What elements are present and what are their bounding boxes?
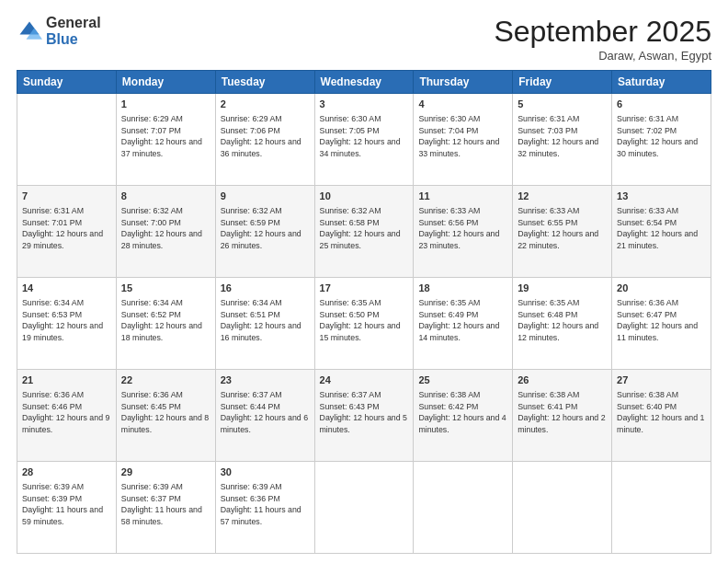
calendar-week-row: 1Sunrise: 6:29 AMSunset: 7:07 PMDaylight… bbox=[17, 94, 711, 186]
calendar-cell: 28Sunrise: 6:39 AMSunset: 6:39 PMDayligh… bbox=[17, 462, 117, 554]
calendar-week-row: 7Sunrise: 6:31 AMSunset: 7:01 PMDaylight… bbox=[17, 186, 711, 278]
calendar-cell: 30Sunrise: 6:39 AMSunset: 6:36 PMDayligh… bbox=[215, 462, 314, 554]
calendar-cell: 10Sunrise: 6:32 AMSunset: 6:58 PMDayligh… bbox=[314, 186, 414, 278]
day-info: Sunrise: 6:38 AMSunset: 6:40 PMDaylight:… bbox=[617, 389, 706, 436]
calendar-cell: 18Sunrise: 6:35 AMSunset: 6:49 PMDayligh… bbox=[414, 278, 513, 370]
calendar-cell: 27Sunrise: 6:38 AMSunset: 6:40 PMDayligh… bbox=[612, 370, 711, 462]
calendar-week-row: 14Sunrise: 6:34 AMSunset: 6:53 PMDayligh… bbox=[17, 278, 711, 370]
day-number: 16 bbox=[221, 282, 310, 296]
day-number: 3 bbox=[320, 98, 409, 112]
calendar-table: SundayMondayTuesdayWednesdayThursdayFrid… bbox=[17, 70, 711, 554]
weekday-header-monday: Monday bbox=[116, 71, 215, 94]
calendar-cell: 13Sunrise: 6:33 AMSunset: 6:54 PMDayligh… bbox=[612, 186, 711, 278]
day-number: 26 bbox=[518, 373, 607, 388]
day-number: 2 bbox=[221, 98, 310, 112]
weekday-header-wednesday: Wednesday bbox=[314, 71, 414, 94]
day-info: Sunrise: 6:39 AMSunset: 6:36 PMDaylight:… bbox=[221, 481, 310, 528]
weekday-header-thursday: Thursday bbox=[414, 71, 513, 94]
day-info: Sunrise: 6:39 AMSunset: 6:39 PMDaylight:… bbox=[22, 481, 111, 528]
calendar-cell: 21Sunrise: 6:36 AMSunset: 6:46 PMDayligh… bbox=[17, 370, 117, 462]
calendar-cell: 14Sunrise: 6:34 AMSunset: 6:53 PMDayligh… bbox=[17, 278, 117, 370]
calendar-cell: 8Sunrise: 6:32 AMSunset: 7:00 PMDaylight… bbox=[116, 186, 215, 278]
day-number: 30 bbox=[221, 465, 310, 480]
calendar-week-row: 28Sunrise: 6:39 AMSunset: 6:39 PMDayligh… bbox=[17, 462, 711, 554]
calendar-cell: 6Sunrise: 6:31 AMSunset: 7:02 PMDaylight… bbox=[612, 94, 711, 186]
day-info: Sunrise: 6:32 AMSunset: 6:59 PMDaylight:… bbox=[221, 205, 310, 252]
day-number: 21 bbox=[22, 373, 111, 388]
calendar-cell: 17Sunrise: 6:35 AMSunset: 6:50 PMDayligh… bbox=[314, 278, 414, 370]
day-info: Sunrise: 6:35 AMSunset: 6:48 PMDaylight:… bbox=[518, 297, 607, 344]
day-info: Sunrise: 6:37 AMSunset: 6:44 PMDaylight:… bbox=[221, 389, 310, 436]
calendar-cell: 11Sunrise: 6:33 AMSunset: 6:56 PMDayligh… bbox=[414, 186, 513, 278]
calendar-cell bbox=[17, 94, 117, 186]
day-number: 19 bbox=[518, 282, 607, 296]
day-info: Sunrise: 6:38 AMSunset: 6:41 PMDaylight:… bbox=[518, 389, 607, 436]
calendar-cell: 1Sunrise: 6:29 AMSunset: 7:07 PMDaylight… bbox=[116, 94, 215, 186]
day-number: 7 bbox=[22, 190, 111, 204]
calendar-cell: 5Sunrise: 6:31 AMSunset: 7:03 PMDaylight… bbox=[513, 94, 612, 186]
day-number: 1 bbox=[121, 98, 210, 112]
day-info: Sunrise: 6:36 AMSunset: 6:47 PMDaylight:… bbox=[617, 297, 706, 344]
weekday-header-tuesday: Tuesday bbox=[215, 71, 314, 94]
day-info: Sunrise: 6:38 AMSunset: 6:42 PMDaylight:… bbox=[418, 389, 507, 436]
day-info: Sunrise: 6:36 AMSunset: 6:46 PMDaylight:… bbox=[22, 389, 111, 436]
calendar-cell: 22Sunrise: 6:36 AMSunset: 6:45 PMDayligh… bbox=[116, 370, 215, 462]
calendar-cell: 19Sunrise: 6:35 AMSunset: 6:48 PMDayligh… bbox=[513, 278, 612, 370]
calendar-cell: 12Sunrise: 6:33 AMSunset: 6:55 PMDayligh… bbox=[513, 186, 612, 278]
day-number: 10 bbox=[320, 190, 409, 204]
calendar-cell: 4Sunrise: 6:30 AMSunset: 7:04 PMDaylight… bbox=[414, 94, 513, 186]
day-number: 28 bbox=[22, 465, 111, 480]
calendar-cell: 25Sunrise: 6:38 AMSunset: 6:42 PMDayligh… bbox=[414, 370, 513, 462]
day-number: 4 bbox=[418, 98, 507, 112]
day-number: 29 bbox=[121, 465, 210, 480]
calendar-cell bbox=[513, 462, 612, 554]
day-info: Sunrise: 6:34 AMSunset: 6:52 PMDaylight:… bbox=[121, 297, 210, 344]
month-title: September 2025 bbox=[494, 15, 711, 49]
day-number: 5 bbox=[518, 98, 607, 112]
day-number: 22 bbox=[121, 373, 210, 388]
day-number: 17 bbox=[320, 282, 409, 296]
calendar-cell: 7Sunrise: 6:31 AMSunset: 7:01 PMDaylight… bbox=[17, 186, 117, 278]
day-number: 14 bbox=[22, 282, 111, 296]
day-info: Sunrise: 6:39 AMSunset: 6:37 PMDaylight:… bbox=[121, 481, 210, 528]
weekday-header-friday: Friday bbox=[513, 71, 612, 94]
calendar-cell bbox=[414, 462, 513, 554]
weekday-header-row: SundayMondayTuesdayWednesdayThursdayFrid… bbox=[17, 71, 711, 94]
calendar-cell: 2Sunrise: 6:29 AMSunset: 7:06 PMDaylight… bbox=[215, 94, 314, 186]
day-info: Sunrise: 6:31 AMSunset: 7:03 PMDaylight:… bbox=[518, 113, 607, 160]
day-number: 12 bbox=[518, 190, 607, 204]
day-info: Sunrise: 6:36 AMSunset: 6:45 PMDaylight:… bbox=[121, 389, 210, 436]
page: General Blue September 2025 Daraw, Aswan… bbox=[0, 0, 728, 563]
calendar-cell bbox=[314, 462, 414, 554]
day-number: 13 bbox=[617, 190, 706, 204]
logo-blue-text: Blue bbox=[46, 31, 101, 48]
day-number: 20 bbox=[617, 282, 706, 296]
day-info: Sunrise: 6:31 AMSunset: 7:02 PMDaylight:… bbox=[617, 113, 706, 160]
day-info: Sunrise: 6:31 AMSunset: 7:01 PMDaylight:… bbox=[22, 205, 111, 252]
day-info: Sunrise: 6:29 AMSunset: 7:06 PMDaylight:… bbox=[221, 113, 310, 160]
location: Daraw, Aswan, Egypt bbox=[494, 49, 711, 63]
day-info: Sunrise: 6:32 AMSunset: 7:00 PMDaylight:… bbox=[121, 205, 210, 252]
calendar-cell: 9Sunrise: 6:32 AMSunset: 6:59 PMDaylight… bbox=[215, 186, 314, 278]
day-number: 27 bbox=[617, 373, 706, 388]
day-info: Sunrise: 6:34 AMSunset: 6:51 PMDaylight:… bbox=[221, 297, 310, 344]
calendar-cell: 15Sunrise: 6:34 AMSunset: 6:52 PMDayligh… bbox=[116, 278, 215, 370]
calendar-cell: 26Sunrise: 6:38 AMSunset: 6:41 PMDayligh… bbox=[513, 370, 612, 462]
day-number: 11 bbox=[418, 190, 507, 204]
day-number: 25 bbox=[418, 373, 507, 388]
day-info: Sunrise: 6:33 AMSunset: 6:55 PMDaylight:… bbox=[518, 205, 607, 252]
logo-text: General Blue bbox=[46, 15, 101, 47]
day-info: Sunrise: 6:35 AMSunset: 6:49 PMDaylight:… bbox=[418, 297, 507, 344]
day-info: Sunrise: 6:35 AMSunset: 6:50 PMDaylight:… bbox=[320, 297, 409, 344]
day-info: Sunrise: 6:34 AMSunset: 6:53 PMDaylight:… bbox=[22, 297, 111, 344]
day-info: Sunrise: 6:30 AMSunset: 7:04 PMDaylight:… bbox=[418, 113, 507, 160]
day-info: Sunrise: 6:33 AMSunset: 6:56 PMDaylight:… bbox=[418, 205, 507, 252]
day-number: 15 bbox=[121, 282, 210, 296]
header: General Blue September 2025 Daraw, Aswan… bbox=[17, 15, 711, 63]
weekday-header-saturday: Saturday bbox=[612, 71, 711, 94]
day-info: Sunrise: 6:30 AMSunset: 7:05 PMDaylight:… bbox=[320, 113, 409, 160]
weekday-header-sunday: Sunday bbox=[17, 71, 117, 94]
logo-icon bbox=[17, 18, 42, 44]
day-number: 9 bbox=[221, 190, 310, 204]
logo: General Blue bbox=[17, 15, 101, 47]
